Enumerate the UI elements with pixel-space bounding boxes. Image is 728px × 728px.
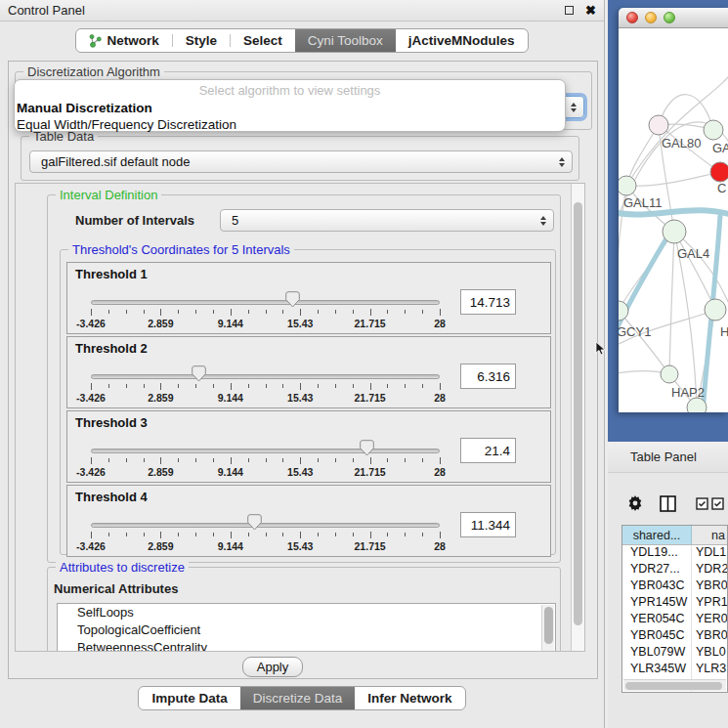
network-node-gal4[interactable] [663,220,686,243]
number-of-intervals-combo[interactable]: 5 [220,209,554,232]
tab-style[interactable]: Style [173,29,230,52]
checkbox-icon[interactable] [711,497,724,510]
table-row[interactable]: YDL19...YDL1 [622,545,727,562]
threshold-slider-thumb[interactable] [247,514,262,531]
threshold-value-field[interactable]: 6.316 [460,364,516,389]
slider-ticks [91,532,440,539]
cell-name[interactable]: YDR2 [692,562,727,578]
network-edge[interactable] [626,172,720,186]
cell-shared-name[interactable]: YBL079W [622,645,692,662]
network-edge[interactable] [619,311,669,374]
network-node-h[interactable] [705,299,726,321]
cell-name[interactable]: YBR0 [692,628,727,645]
attribute-list-item[interactable]: BetweennessCentrality [58,639,555,652]
settings-gear-icon[interactable] [627,495,643,511]
attribute-list-item[interactable]: SelfLoops [58,604,555,621]
table-row[interactable]: YLR345WYLR3 [622,662,727,678]
split-columns-icon[interactable] [660,495,676,512]
threshold-value-field[interactable]: 14.713 [460,289,516,315]
threshold-slider-thumb[interactable] [285,291,300,308]
network-node-ga[interactable] [704,120,723,140]
threshold-value-field[interactable]: 11.344 [460,512,516,537]
threshold-slider-track[interactable] [91,449,440,453]
cell-name[interactable]: YER0 [692,612,727,628]
bottom-tab-discretize-data[interactable]: Discretize Data [240,687,356,709]
node-attribute-table[interactable]: shared... na YDL19...YDL1YDR27...YDR2YBR… [621,525,728,693]
cell-shared-name[interactable]: YLR345W [622,662,692,678]
apply-button[interactable]: Apply [242,657,303,677]
bottom-tab-impute-data[interactable]: Impute Data [139,687,239,709]
minimize-light-icon[interactable] [645,12,657,23]
popup-item-equal-width-frequency[interactable]: Equal Width/Frequency Discretization [17,117,556,132]
numerical-attributes-label: Numerical Attributes [54,581,178,596]
threshold-slider-thumb[interactable] [192,365,206,382]
network-node-gal11[interactable] [619,176,636,195]
network-node-label: GAL80 [662,136,701,150]
attribute-list-item[interactable]: TopologicalCoefficient [58,621,555,639]
table-row[interactable]: YBR045CYBR0 [622,628,727,645]
network-edge-thick[interactable] [619,210,728,216]
network-node-label: GCY1 [619,324,651,339]
algorithm-dropdown-popup: Select algorithm to view settings Manual… [14,79,566,132]
threshold-slider-track[interactable] [91,300,440,305]
cell-shared-name[interactable]: YER054C [622,612,692,628]
settings-scrollbar[interactable] [571,184,584,651]
discretization-algorithm-label: Discretization Algorithm [23,64,164,79]
cell-name[interactable]: YDL1 [692,545,727,562]
table-row[interactable]: YPR145WYPR1 [622,595,727,612]
network-node-label: GAL11 [623,195,663,210]
network-edge[interactable] [669,232,674,374]
network-canvas[interactable]: GAL80GACGAL11GAL4GCY1HHAP2 [619,28,728,412]
threshold-value-field[interactable]: 21.4 [460,438,516,463]
desktop-background: GAL80GACGAL11GAL4GCY1HHAP2 [608,0,728,442]
table-horizontal-scrollbar[interactable] [623,679,726,691]
network-node[interactable] [687,398,707,412]
column-header-name[interactable]: na [692,526,727,544]
zoom-light-icon[interactable] [664,12,675,23]
threshold-slider-thumb[interactable] [360,440,374,456]
tab-cyni-toolbox[interactable]: Cyni Toolbox [295,29,396,52]
network-edge[interactable] [626,125,659,186]
control-panel-titlebar: Control Panel ✖ [0,0,604,21]
tab-select[interactable]: Select [231,29,295,52]
table-row[interactable]: YBL079WYBL0 [622,645,727,662]
bottom-tab-infer-network[interactable]: Infer Network [355,687,464,709]
attributes-scrollbar[interactable] [541,605,554,652]
cell-name[interactable]: YBL0 [692,645,727,662]
threshold-slider-track[interactable] [91,374,440,379]
cell-shared-name[interactable]: YDL19... [622,545,692,562]
popup-item-manual-discretization[interactable]: Manual Discretization [17,101,556,115]
close-icon[interactable]: ✖ [585,4,596,17]
cell-name[interactable]: YPR1 [692,595,727,612]
threshold-slider-track[interactable] [91,523,440,528]
close-light-icon[interactable] [626,12,638,23]
network-node-hap2[interactable] [661,365,678,383]
numerical-attributes-list[interactable]: SelfLoopsTopologicalCoefficientBetweenne… [57,603,556,652]
cell-shared-name[interactable]: YBR043C [622,578,692,595]
tab-network[interactable]: Network [76,29,171,52]
control-panel-window: Control Panel ✖ NetworkStyleSelectCyni T… [0,0,605,728]
cell-name[interactable]: YLR3 [692,662,727,678]
threshold-label: Threshold 1 [75,267,148,281]
checkbox-icon[interactable] [696,497,708,510]
table-row[interactable]: YBR043CYBR0 [622,578,727,595]
tab-label: Infer Network [367,691,451,706]
threshold-panel-4: Threshold 4-3.4262.8599.14415.4321.71528… [66,485,551,557]
network-edge[interactable] [674,232,715,310]
network-node-c[interactable] [710,162,728,182]
cell-name[interactable]: YBR0 [692,578,727,595]
cell-shared-name[interactable]: YDR27... [622,562,692,578]
threshold-panel-3: Threshold 3-3.4262.8599.14415.4321.71528… [66,410,551,483]
panel-title: Control Panel [8,3,85,18]
network-node-gal80[interactable] [649,115,668,135]
cell-shared-name[interactable]: YPR145W [622,595,692,612]
table-row[interactable]: YER054CYER0 [622,612,727,628]
table-row[interactable]: YDR27...YDR2 [622,562,727,578]
tab-jactivemnodules[interactable]: jActiveMNodules [396,29,528,52]
float-window-icon[interactable] [565,6,574,15]
column-header-shared-name[interactable]: shared... [622,526,692,544]
cell-shared-name[interactable]: YBR045C [622,628,692,645]
table-data-combo[interactable]: galFiltered.sif default node [29,150,573,173]
tab-label: Cyni Toolbox [308,33,383,48]
slider-tick-labels: -3.4262.8599.14415.4321.71528 [91,540,440,553]
